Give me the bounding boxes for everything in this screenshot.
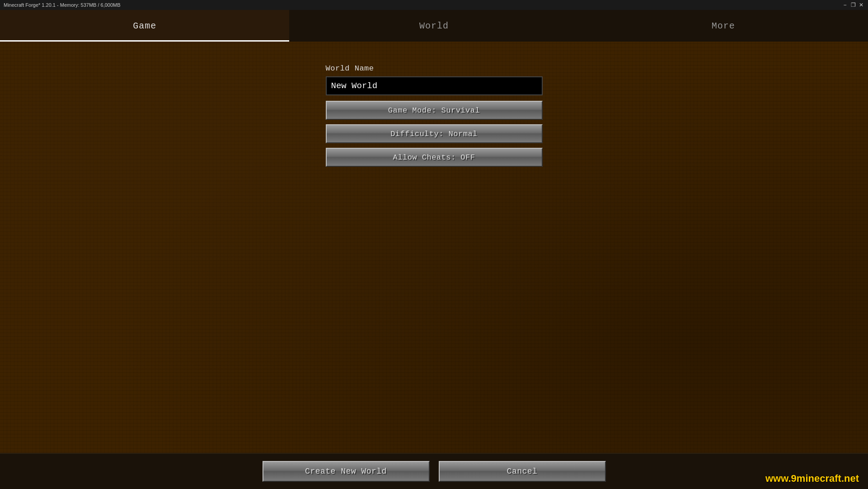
tab-more-label: More <box>712 21 735 31</box>
tab-game-label: Game <box>133 21 156 31</box>
create-world-label: Create New World <box>305 467 387 476</box>
watermark: www.9minecraft.net <box>765 473 859 484</box>
watermark-text: www.9minecraft.net <box>765 473 859 484</box>
title-bar: Minecraft Forge* 1.20.1 - Memory: 537MB … <box>0 0 868 10</box>
tab-world[interactable]: World <box>289 10 578 42</box>
form-container: World Name Game Mode: Survival Difficult… <box>326 64 543 171</box>
world-name-input[interactable] <box>326 76 543 95</box>
tab-game[interactable]: Game <box>0 10 289 42</box>
allow-cheats-button[interactable]: Allow Cheats: OFF <box>326 148 543 167</box>
bottom-bar: Create New World Cancel <box>0 453 868 489</box>
title-bar-controls: − ❐ ✕ <box>842 2 864 8</box>
allow-cheats-label: Allow Cheats: OFF <box>393 153 475 162</box>
world-name-label: World Name <box>326 64 543 73</box>
difficulty-button[interactable]: Difficulty: Normal <box>326 124 543 143</box>
close-button[interactable]: ✕ <box>858 2 864 8</box>
game-mode-label: Game Mode: Survival <box>388 106 480 115</box>
difficulty-label: Difficulty: Normal <box>390 130 478 138</box>
tab-world-label: World <box>419 21 449 31</box>
create-world-button[interactable]: Create New World <box>263 461 430 482</box>
main-content: World Name Game Mode: Survival Difficult… <box>0 42 868 453</box>
tab-more[interactable]: More <box>579 10 868 42</box>
title-bar-text: Minecraft Forge* 1.20.1 - Memory: 537MB … <box>4 2 121 8</box>
tab-bar: Game World More <box>0 10 868 42</box>
cancel-button[interactable]: Cancel <box>439 461 606 482</box>
game-mode-button[interactable]: Game Mode: Survival <box>326 101 543 120</box>
restore-button[interactable]: ❐ <box>850 2 856 8</box>
minimize-button[interactable]: − <box>842 2 848 8</box>
cancel-label: Cancel <box>507 467 538 476</box>
